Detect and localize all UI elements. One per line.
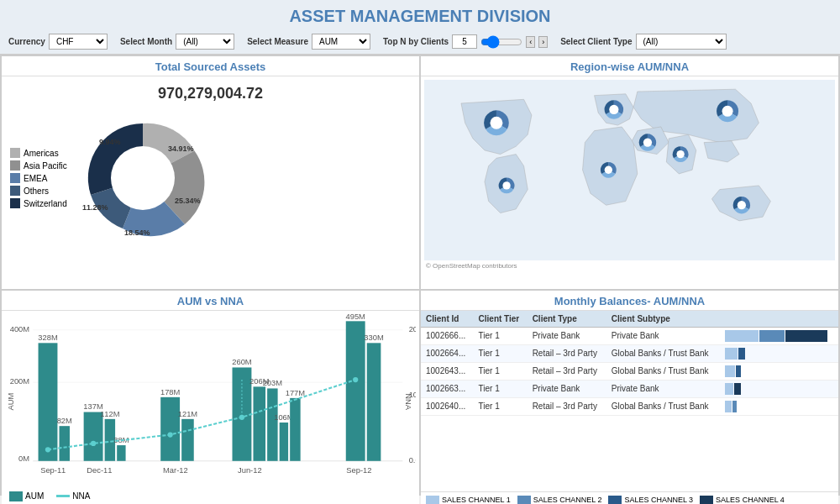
svg-text:Mar-12: Mar-12 <box>163 466 188 475</box>
cell-tier: Tier 1 <box>474 327 528 344</box>
channel2-color <box>517 496 531 504</box>
bar-jun12e <box>290 397 300 460</box>
bar-dec11 <box>84 412 103 460</box>
bar-sep12b <box>367 343 381 460</box>
svg-text:177M: 177M <box>286 388 306 396</box>
aum-legend: AUM NNA <box>5 489 416 504</box>
month-select[interactable]: (All) Jan Feb Mar <box>176 34 234 50</box>
channel2-legend: SALES CHANNEL 2 <box>517 496 602 504</box>
topn-next-button[interactable]: › <box>538 36 548 48</box>
table-row: 1002640... Tier 1 Retail – 3rd Party Glo… <box>421 397 838 415</box>
channel4-color <box>700 496 713 504</box>
bar-sep12 <box>346 321 365 460</box>
svg-point-36 <box>168 432 173 437</box>
currency-label: Currency <box>8 37 45 46</box>
cell-bar <box>720 362 838 380</box>
cell-client-id: 1002664... <box>421 344 474 362</box>
svg-text:260M: 260M <box>232 358 252 366</box>
col-client-type: Client Type <box>528 311 606 328</box>
bar-mar12 <box>160 396 180 460</box>
cell-client-id: 1002663... <box>421 380 474 397</box>
legend-item-asiapacific: Asia Pacific <box>10 160 67 171</box>
map-pie-australia <box>733 197 750 213</box>
month-filter: Select Month (All) Jan Feb Mar <box>120 34 234 50</box>
clienttype-select[interactable]: (All) Private Bank Retail – 3rd Party <box>636 34 727 50</box>
map-pie-africa <box>601 162 617 178</box>
bar-jun12d <box>280 423 288 461</box>
cell-bar <box>720 344 838 362</box>
bar-dec11c <box>117 445 125 461</box>
svg-point-38 <box>353 376 358 381</box>
topn-label: Top N by Clients <box>383 37 449 46</box>
filters-bar: Currency CHF USD EUR Select Month (All) … <box>0 29 840 55</box>
legend-item-emea: EMEA <box>10 173 67 183</box>
topn-slider[interactable] <box>480 35 522 49</box>
donut-chart: 34.91% 25.34% 18.54% 11.28% 9.94% <box>76 111 210 245</box>
pct-emea: 18.54% <box>124 228 150 237</box>
cell-bar <box>720 380 838 397</box>
channel1-label: SALES CHANNEL 1 <box>442 496 511 504</box>
legend-item-switzerland: Switzerland <box>10 198 67 208</box>
clienttype-filter: Select Client Type (All) Private Bank Re… <box>560 34 726 50</box>
svg-text:0.00M: 0.00M <box>409 455 416 464</box>
clienttype-label: Select Client Type <box>560 37 632 46</box>
svg-text:Dec-11: Dec-11 <box>87 466 112 475</box>
legend-color-others <box>10 186 20 196</box>
legend-label-others: Others <box>24 186 49 196</box>
aum-chart-svg: 400M 200M 0M AUM 20.00M 10.00M 0.00M NNA <box>5 314 416 489</box>
tsa-title: Total Sourced Assets <box>2 56 419 76</box>
pct-americas: 34.91% <box>168 144 194 153</box>
pct-asiapacific: 25.34% <box>175 197 201 205</box>
svg-point-8 <box>502 181 510 189</box>
donut-svg: 34.91% 25.34% 18.54% 11.28% 9.94% <box>76 111 210 245</box>
topn-filter: Top N by Clients ‹ › <box>383 34 548 49</box>
world-map-svg <box>424 80 835 260</box>
col-bars <box>720 311 838 328</box>
channel3-color <box>608 496 622 504</box>
cell-bar <box>720 327 838 344</box>
bar-jun12 <box>233 367 252 460</box>
topn-prev-button[interactable]: ‹ <box>526 36 535 48</box>
svg-point-1 <box>490 117 502 129</box>
cell-client-id: 1002643... <box>421 362 474 380</box>
currency-select[interactable]: CHF USD EUR <box>49 34 108 50</box>
channel4-legend: SALES CHANNEL 4 <box>700 496 785 504</box>
channel2-label: SALES CHANNEL 2 <box>533 496 602 504</box>
cell-subtype: Global Banks / Trust Bank <box>606 344 720 362</box>
map-pie-mideast <box>639 134 656 150</box>
nna-legend-label: NNA <box>72 491 90 501</box>
channel1-legend: SALES CHANNEL 1 <box>426 496 511 504</box>
monthly-panel: Monthly Balances- AUM/NNA Client Id Clie… <box>421 291 838 504</box>
table-row: 1002663... Tier 1 Private Bank Private B… <box>421 380 838 397</box>
svg-text:0M: 0M <box>18 454 29 462</box>
col-client-tier: Client Tier <box>474 311 528 328</box>
svg-text:330M: 330M <box>364 333 384 342</box>
aum-title: AUM vs NNA <box>2 291 419 311</box>
bar-sep11b <box>60 426 70 461</box>
col-client-subtype: Client Subtype <box>606 311 720 328</box>
legend-color-americas <box>10 148 20 158</box>
measure-select[interactable]: AUM NNA <box>312 34 370 50</box>
month-label: Select Month <box>120 37 172 46</box>
svg-text:203M: 203M <box>263 379 283 387</box>
measure-label: Select Measure <box>247 37 308 46</box>
legend-color-asiapacific <box>10 160 20 171</box>
table-header-row: Client Id Client Tier Client Type Client… <box>421 311 838 328</box>
topn-input[interactable] <box>452 34 477 49</box>
pct-others: 11.28% <box>82 203 108 212</box>
cell-subtype: Private Bank <box>606 380 720 397</box>
legend-nna: NNA <box>56 491 90 501</box>
page-title: ASSET MANAGEMENT DIVISION <box>0 0 840 29</box>
nna-color-line <box>56 495 70 497</box>
aum-panel: AUM vs NNA 400M 200M 0M AUM 20.00M 10.00… <box>2 291 419 504</box>
cell-tier: Tier 1 <box>474 380 528 397</box>
bar-jun12c <box>267 388 277 460</box>
legend-item-others: Others <box>10 186 67 196</box>
legend-label-americas: Americas <box>24 149 59 158</box>
svg-text:400M: 400M <box>10 324 30 333</box>
region-title: Region-wise AUM/NNA <box>421 56 838 76</box>
region-panel: Region-wise AUM/NNA <box>421 56 838 289</box>
svg-text:178M: 178M <box>160 387 181 396</box>
cell-type: Retail – 3rd Party <box>528 344 606 362</box>
main-grid: Total Sourced Assets 970,279,004.72 Amer… <box>0 55 840 496</box>
